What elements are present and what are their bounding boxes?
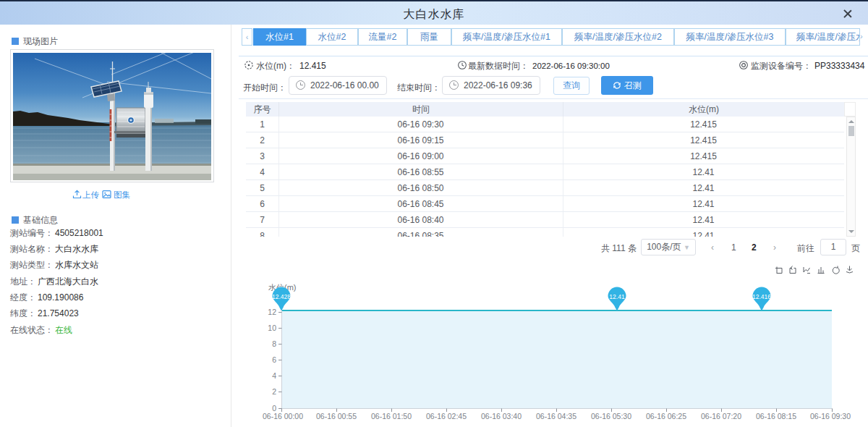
svg-text:06-16 06:25: 06-16 06:25 xyxy=(646,412,686,420)
svg-text:2: 2 xyxy=(272,387,276,396)
svg-text:06-16 00:00: 06-16 00:00 xyxy=(263,412,303,420)
svg-text:06-16 03:40: 06-16 03:40 xyxy=(481,412,522,420)
svg-text:06-16 07:20: 06-16 07:20 xyxy=(701,412,741,420)
svg-text:06-16 05:30: 06-16 05:30 xyxy=(591,412,631,420)
svg-text:06-16 08:15: 06-16 08:15 xyxy=(756,412,796,420)
svg-text:4: 4 xyxy=(272,371,276,380)
svg-text:12.428: 12.428 xyxy=(272,293,291,300)
svg-text:06-16 01:50: 06-16 01:50 xyxy=(371,412,412,420)
svg-text:06-16 09:30: 06-16 09:30 xyxy=(810,412,851,420)
svg-text:12.416: 12.416 xyxy=(752,293,771,300)
svg-text:10: 10 xyxy=(268,324,276,332)
svg-text:8: 8 xyxy=(272,339,276,348)
svg-text:12.41: 12.41 xyxy=(609,293,625,300)
svg-text:06-16 04:35: 06-16 04:35 xyxy=(536,412,576,420)
svg-text:06-16 02:45: 06-16 02:45 xyxy=(426,412,467,420)
svg-text:12: 12 xyxy=(268,308,276,316)
svg-text:6: 6 xyxy=(272,355,276,364)
svg-text:06-16 00:55: 06-16 00:55 xyxy=(316,412,357,420)
